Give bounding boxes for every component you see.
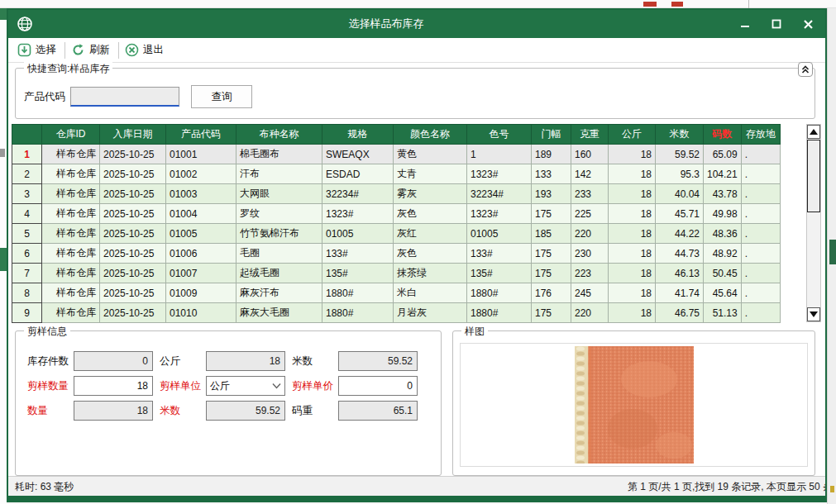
table-cell: 01005 xyxy=(322,224,394,244)
table-cell: 176 xyxy=(532,283,571,303)
scroll-up-arrow-icon[interactable] xyxy=(807,125,820,139)
table-row[interactable]: 4样布仓库2025-10-2501004罗纹1323#灰色1323#175225… xyxy=(12,204,781,224)
table-cell: 2025-10-25 xyxy=(100,164,166,184)
stock-pieces-field xyxy=(74,351,153,371)
yard-weight-field xyxy=(338,401,418,421)
table-cell: 18 xyxy=(609,224,656,244)
table-cell: 18 xyxy=(609,145,656,164)
column-header[interactable]: 仓库ID xyxy=(42,125,100,145)
background-window-right xyxy=(827,8,836,504)
table-cell: 01004 xyxy=(166,204,236,224)
cut-quantity-field[interactable] xyxy=(74,376,153,396)
column-header[interactable]: 公斤 xyxy=(609,125,656,145)
search-button[interactable]: 查询 xyxy=(191,85,252,108)
column-header[interactable]: 规格 xyxy=(322,125,394,145)
background-border-fragment xyxy=(748,0,749,8)
table-cell: SWEAQX xyxy=(322,145,394,164)
cut-sample-info-groupbox: 剪样信息 库存件数公斤米数剪样数量剪样单位公斤剪样单价数量米数码重 xyxy=(15,330,442,476)
table-cell: 米白 xyxy=(394,283,467,303)
inventory-table-container: 仓库ID入库日期产品代码布种名称规格颜色名称色号门幅克重公斤米数码数存放地1样布… xyxy=(12,124,781,323)
table-cell: 01010 xyxy=(166,303,236,323)
inventory-table: 仓库ID入库日期产品代码布种名称规格颜色名称色号门幅克重公斤米数码数存放地1样布… xyxy=(12,124,781,323)
cut-unit-price-field[interactable] xyxy=(338,376,418,396)
table-row[interactable]: 2样布仓库2025-10-2501002汗布ESDAD丈青1323#133142… xyxy=(12,164,781,184)
column-header[interactable]: 门幅 xyxy=(532,125,571,145)
cut-unit-select[interactable]: 公斤 xyxy=(206,376,285,396)
column-header[interactable]: 码数 xyxy=(704,125,742,145)
table-cell: 193 xyxy=(532,184,571,204)
table-cell: . xyxy=(741,204,780,224)
chevron-down-icon xyxy=(272,383,281,389)
maximize-button[interactable] xyxy=(771,18,782,30)
close-button[interactable] xyxy=(802,18,814,30)
table-row[interactable]: 8样布仓库2025-10-2501009麻灰汗布1880#米白1880#1762… xyxy=(12,283,781,303)
minimize-button[interactable] xyxy=(739,18,751,30)
stock-pieces-label: 库存件数 xyxy=(27,354,74,368)
table-cell: 225 xyxy=(571,204,609,224)
table-row[interactable]: 5样布仓库2025-10-2501005竹节氨棉汗布01005灰红0100518… xyxy=(12,224,781,244)
table-vertical-scrollbar[interactable] xyxy=(806,124,821,322)
table-cell: 2025-10-25 xyxy=(100,264,166,283)
table-cell: 175 xyxy=(532,204,571,224)
column-header[interactable]: 克重 xyxy=(571,125,609,145)
column-header[interactable]: 产品代码 xyxy=(166,125,236,145)
table-cell: 样布仓库 xyxy=(42,264,100,283)
yard-weight-label: 码重 xyxy=(292,404,338,418)
row-number-cell: 3 xyxy=(12,184,42,204)
table-cell: . xyxy=(741,184,780,204)
quick-query-legend: 快捷查询:样品库存 xyxy=(24,62,112,76)
table-cell: 44.22 xyxy=(656,224,704,244)
table-cell: 雾灰 xyxy=(394,184,467,204)
table-cell: 抹茶绿 xyxy=(394,264,467,283)
background-fragment xyxy=(0,8,7,20)
select-button[interactable]: 选择 xyxy=(13,40,63,59)
table-cell: 01005 xyxy=(467,224,532,244)
row-number-cell: 5 xyxy=(12,224,42,244)
table-cell: 1323# xyxy=(467,204,532,224)
table-cell: 133# xyxy=(467,244,532,264)
row-number-cell: 2 xyxy=(12,164,42,184)
scrollbar-thumb[interactable] xyxy=(807,140,820,212)
table-row[interactable]: 6样布仓库2025-10-2501006毛圈133#灰色133#17523018… xyxy=(12,244,781,264)
exit-button[interactable]: 退出 xyxy=(121,40,170,59)
column-header[interactable]: 色号 xyxy=(467,125,532,145)
column-header[interactable]: 入库日期 xyxy=(100,125,166,145)
table-row[interactable]: 9样布仓库2025-10-2501010麻灰大毛圈1880#月岩灰1880#17… xyxy=(12,303,781,323)
table-cell: 1323# xyxy=(467,164,532,184)
column-header[interactable]: 存放地 xyxy=(741,125,780,145)
table-cell: 1 xyxy=(467,145,532,164)
cut-unit-value: 公斤 xyxy=(210,379,230,393)
table-row[interactable]: 3样布仓库2025-10-2501003大网眼32234#雾灰32234#193… xyxy=(12,184,781,204)
table-cell: 样布仓库 xyxy=(42,204,100,224)
table-cell: 245 xyxy=(571,283,609,303)
table-cell: 230 xyxy=(571,244,609,264)
table-row[interactable]: 1样布仓库2025-10-2501001棉毛圈布SWEAQX黄色11891601… xyxy=(12,145,781,164)
product-code-input[interactable] xyxy=(70,87,179,107)
refresh-button[interactable]: 刷新 xyxy=(67,40,117,59)
column-header[interactable]: 米数 xyxy=(656,125,704,145)
table-cell: 2025-10-25 xyxy=(100,184,166,204)
table-cell: 棉毛圈布 xyxy=(236,145,322,164)
scroll-down-arrow-icon[interactable] xyxy=(807,307,820,321)
column-header[interactable]: 布种名称 xyxy=(236,125,322,145)
exit-close-circle-icon xyxy=(125,43,139,57)
cut-quantity-label: 剪样数量 xyxy=(27,379,74,393)
table-cell: 样布仓库 xyxy=(42,164,100,184)
kilograms-label: 公斤 xyxy=(160,354,206,368)
table-cell: 133# xyxy=(322,244,394,264)
table-cell: 18 xyxy=(609,244,656,264)
table-row[interactable]: 7样布仓库2025-10-2501007起绒毛圈135#抹茶绿135#17522… xyxy=(12,264,781,283)
titlebar: 选择样品布库存 xyxy=(8,10,825,38)
table-cell: 样布仓库 xyxy=(42,303,100,323)
table-cell: 汗布 xyxy=(236,164,322,184)
column-header[interactable]: 颜色名称 xyxy=(394,125,467,145)
meters-field xyxy=(338,351,418,371)
cut-sample-info-legend: 剪样信息 xyxy=(24,325,70,339)
table-cell: 175 xyxy=(532,244,571,264)
table-cell: 32234# xyxy=(467,184,532,204)
table-cell: 1880# xyxy=(322,303,394,323)
table-cell: 01006 xyxy=(166,244,236,264)
collapse-panel-button[interactable] xyxy=(798,62,813,77)
product-code-label: 产品代码 xyxy=(24,90,65,104)
table-cell: 样布仓库 xyxy=(42,184,100,204)
